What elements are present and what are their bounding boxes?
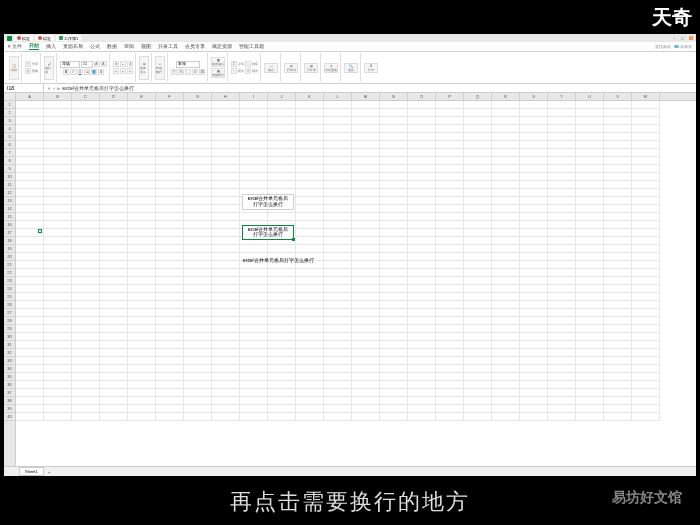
- fill-handle[interactable]: [292, 238, 295, 241]
- row-header-35[interactable]: 35: [4, 373, 15, 381]
- file-menu[interactable]: ≡ 文件: [8, 44, 22, 49]
- name-box[interactable]: I18: [4, 84, 44, 92]
- row-header-6[interactable]: 6: [4, 141, 15, 149]
- tab-formulas[interactable]: 公式: [90, 44, 100, 49]
- row-header-29[interactable]: 29: [4, 325, 15, 333]
- column-header-W[interactable]: W: [632, 93, 660, 100]
- row-header-32[interactable]: 32: [4, 349, 15, 357]
- row-header-7[interactable]: 7: [4, 149, 15, 157]
- align-bottom-button[interactable]: ⬇: [127, 61, 133, 67]
- column-header-D[interactable]: D: [100, 93, 128, 100]
- row-header-28[interactable]: 28: [4, 317, 15, 325]
- maximize-button[interactable]: □: [680, 36, 685, 41]
- tab-view[interactable]: 视图: [141, 44, 151, 49]
- fill-color-button[interactable]: 🪣: [91, 69, 97, 75]
- merged-cell-1[interactable]: excel合并单元格后打字怎么换行: [242, 194, 294, 210]
- welcome-tab-2[interactable]: 稿定: [35, 35, 54, 41]
- sum-button[interactable]: Σ: [231, 61, 237, 67]
- worksheet-button[interactable]: ▤工作表: [304, 63, 318, 73]
- row-header-12[interactable]: 12: [4, 189, 15, 197]
- symbol-button[interactable]: Ω符号: [364, 63, 378, 73]
- tab-insert[interactable]: 插入: [46, 44, 56, 49]
- row-header-5[interactable]: 5: [4, 133, 15, 141]
- align-top-button[interactable]: ⬆: [113, 61, 119, 67]
- confirm-icon[interactable]: ✓: [52, 86, 55, 91]
- row-header-25[interactable]: 25: [4, 293, 15, 301]
- font-name-dropdown[interactable]: 等线: [60, 61, 80, 68]
- underline-button[interactable]: U: [77, 69, 83, 75]
- row-header-3[interactable]: 3: [4, 117, 15, 125]
- column-header-L[interactable]: L: [324, 93, 352, 100]
- column-header-C[interactable]: C: [72, 93, 100, 100]
- row-header-9[interactable]: 9: [4, 165, 15, 173]
- copy-button[interactable]: ⎘: [25, 68, 31, 74]
- increase-decimal-button[interactable]: .0: [192, 69, 198, 75]
- align-right-button[interactable]: ≡: [127, 68, 133, 74]
- row-header-31[interactable]: 31: [4, 341, 15, 349]
- font-size-dropdown[interactable]: 11: [81, 61, 93, 68]
- row-col-button[interactable]: ⊞行和列: [284, 63, 298, 73]
- row-header-17[interactable]: 17: [4, 229, 15, 237]
- column-header-V[interactable]: V: [604, 93, 632, 100]
- format-painter-button[interactable]: 🖌格式刷: [44, 56, 54, 80]
- column-header-N[interactable]: N: [380, 93, 408, 100]
- row-header-20[interactable]: 20: [4, 253, 15, 261]
- formula-input[interactable]: excel合并单元格后打字怎么换行: [62, 85, 134, 91]
- column-header-M[interactable]: M: [352, 93, 380, 100]
- cells-area[interactable]: excel合并单元格后打字怎么换行 excel合并单元格后打字怎么换行 exce…: [16, 101, 696, 421]
- freeze-button[interactable]: ❄冻结窗格: [324, 63, 338, 73]
- merge-button[interactable]: ⊞合并居中: [139, 56, 149, 80]
- document-tab[interactable]: 工作簿1: [56, 35, 81, 41]
- notification-badge[interactable]: 1: [689, 36, 693, 40]
- conditional-format-button[interactable]: ▦条件格式: [211, 57, 225, 67]
- tab-home[interactable]: 开始: [29, 43, 39, 50]
- sync-button[interactable]: 未保存: [674, 44, 692, 49]
- align-center-button[interactable]: ≡: [120, 68, 126, 74]
- row-header-13[interactable]: 13: [4, 197, 15, 205]
- column-header-A[interactable]: A: [16, 93, 44, 100]
- format-button[interactable]: ▭格式: [264, 63, 278, 73]
- find-button[interactable]: 🔍查找: [344, 63, 358, 73]
- column-header-F[interactable]: F: [156, 93, 184, 100]
- merged-cell-3[interactable]: excel合并单元格后打字怎么换行: [242, 257, 352, 265]
- row-header-36[interactable]: 36: [4, 381, 15, 389]
- font-color-button[interactable]: A: [98, 69, 104, 75]
- cancel-icon[interactable]: ✕: [47, 86, 50, 91]
- row-header-39[interactable]: 39: [4, 405, 15, 413]
- row-header-26[interactable]: 26: [4, 301, 15, 309]
- row-header-14[interactable]: 14: [4, 205, 15, 213]
- number-format-dropdown[interactable]: 常规: [176, 61, 200, 68]
- row-header-24[interactable]: 24: [4, 285, 15, 293]
- tab-review[interactable]: 审阅: [124, 44, 134, 49]
- paste-button[interactable]: 📋粘贴: [9, 56, 19, 80]
- column-header-E[interactable]: E: [128, 93, 156, 100]
- row-header-19[interactable]: 19: [4, 245, 15, 253]
- search-box[interactable]: 查找命令: [655, 44, 671, 49]
- sort-button[interactable]: ↕: [245, 61, 251, 67]
- row-header-27[interactable]: 27: [4, 309, 15, 317]
- wrap-text-button[interactable]: ↵自动换行: [155, 56, 165, 80]
- column-header-J[interactable]: J: [268, 93, 296, 100]
- row-header-16[interactable]: 16: [4, 221, 15, 229]
- column-header-K[interactable]: K: [296, 93, 324, 100]
- decrease-font-button[interactable]: A↓: [101, 61, 107, 67]
- column-header-G[interactable]: G: [184, 93, 212, 100]
- align-left-button[interactable]: ≡: [113, 68, 119, 74]
- grid[interactable]: ABCDEFGHIJKLMNOPQRSTUVW excel合并单元格后打字怎么换…: [16, 93, 696, 466]
- row-header-8[interactable]: 8: [4, 157, 15, 165]
- welcome-tab[interactable]: 稿定: [14, 35, 33, 41]
- tab-member[interactable]: 会员专享: [185, 44, 205, 49]
- row-header-30[interactable]: 30: [4, 333, 15, 341]
- column-header-Q[interactable]: Q: [464, 93, 492, 100]
- row-header-37[interactable]: 37: [4, 389, 15, 397]
- row-header-11[interactable]: 11: [4, 181, 15, 189]
- row-header-22[interactable]: 22: [4, 269, 15, 277]
- row-header-15[interactable]: 15: [4, 213, 15, 221]
- decrease-decimal-button[interactable]: .00: [199, 69, 205, 75]
- row-header-21[interactable]: 21: [4, 261, 15, 269]
- row-header-2[interactable]: 2: [4, 109, 15, 117]
- percent-button[interactable]: %: [178, 69, 184, 75]
- italic-button[interactable]: I: [70, 69, 76, 75]
- table-style-button[interactable]: ▦表格样式: [211, 68, 225, 78]
- bold-button[interactable]: B: [63, 69, 69, 75]
